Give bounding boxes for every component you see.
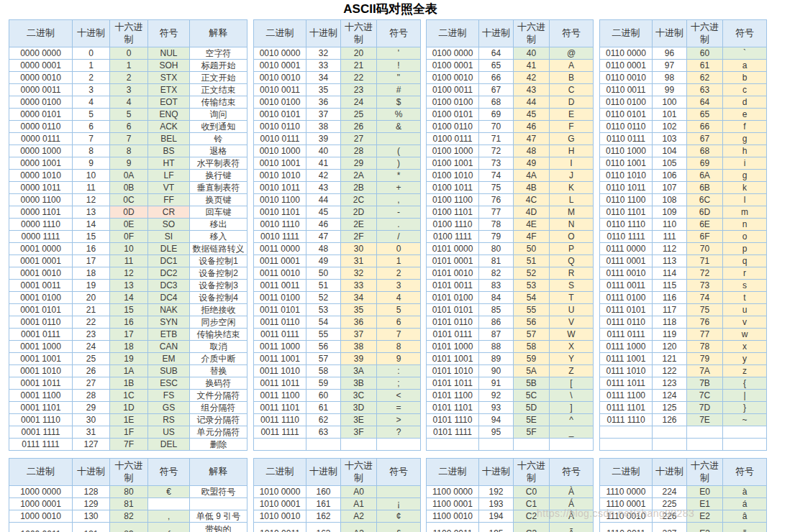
cell-binary: 0001 0000 [9, 243, 73, 255]
cell-hex: 2F [341, 231, 377, 243]
cell-decimal: 104 [653, 145, 687, 157]
cell-decimal: 17 [73, 255, 110, 267]
cell-hex: 2A [341, 170, 377, 182]
cell-explanation: 空字符 [190, 47, 247, 60]
cell-decimal: 91 [479, 377, 514, 390]
cell-empty [723, 426, 767, 439]
cell-decimal: 94 [479, 414, 514, 426]
row-36: 0010 01003624$ [254, 96, 421, 109]
column-header: 二进制 [254, 459, 306, 486]
cell-decimal: 110 [653, 219, 687, 231]
row-71: 0100 01117147G [427, 133, 594, 145]
row-34: 0010 00103422" [254, 72, 421, 84]
cell-explanation: 欧盟符号 [190, 486, 247, 498]
cell-binary: 0010 1111 [254, 231, 306, 243]
cell-binary: 1110 0000 [600, 486, 653, 498]
cell-explanation: 同步空闲 [190, 316, 247, 329]
cell-decimal: 129 [73, 498, 110, 510]
header-row: 二进制十进制十六进制符号 [427, 459, 594, 486]
header-row: 二进制十进制十六进制符号解释 [9, 459, 247, 486]
cell-symbol: á [723, 498, 767, 510]
cell-symbol: } [723, 402, 767, 414]
row-26: 0001 1010261ASUB替换 [9, 365, 247, 377]
cell-decimal: 224 [653, 486, 687, 498]
cell-binary: 0100 1010 [427, 170, 479, 182]
row-95: 0101 1111955F_ [427, 426, 594, 439]
cell-hex: 4F [514, 231, 550, 243]
cell-hex: 4 [110, 96, 148, 109]
cell-symbol: ¢ [377, 510, 421, 523]
column-header: 符号 [148, 20, 190, 47]
row-86: 0101 01108656V [427, 316, 594, 329]
row-50: 0011 001050322 [254, 267, 421, 280]
row-108: 0110 11001086Cl [600, 194, 767, 206]
row-32: 0010 00003220' [254, 47, 421, 60]
cell-symbol: ¡ [377, 498, 421, 510]
cell-hex: 40 [514, 47, 550, 60]
cell-symbol: * [377, 170, 421, 182]
cell-decimal: 33 [306, 60, 341, 72]
cell-hex: 74 [687, 292, 723, 304]
row-56: 0011 100056388 [254, 341, 421, 353]
cell-decimal: 41 [306, 157, 341, 170]
row-39: 0010 01113927 [254, 133, 421, 145]
cell-symbol: 2 [377, 267, 421, 280]
table-group-lowercase: 二进制十进制十六进制符号0110 00009660`0110 00019761a… [599, 19, 767, 451]
cell-symbol: â [723, 510, 767, 523]
cell-binary: 0000 0110 [9, 121, 73, 133]
cell-hex: 25 [341, 109, 377, 121]
cell-hex: 1F [110, 426, 148, 439]
cell-decimal: 63 [306, 426, 341, 439]
cell-decimal: 108 [653, 194, 687, 206]
cell-decimal: 38 [306, 121, 341, 133]
cell-decimal: 51 [306, 280, 341, 292]
cell-empty [306, 439, 341, 451]
cell-hex: 5F [514, 426, 550, 439]
cell-decimal: 3 [73, 84, 110, 96]
cell-hex: 23 [341, 84, 377, 96]
cell-binary: 0101 0000 [427, 243, 479, 255]
cell-decimal: 0 [73, 47, 110, 60]
cell-hex: 2C [341, 194, 377, 206]
cell-binary: 1010 0010 [254, 510, 306, 523]
cell-binary: 0110 0001 [600, 60, 653, 72]
cell-symbol: k [723, 182, 767, 194]
column-header: 二进制 [427, 459, 479, 486]
header-row: 二进制十进制十六进制符号解释 [9, 20, 247, 47]
cell-decimal: 163 [306, 523, 341, 532]
cell-binary: 0001 0100 [9, 292, 73, 304]
cell-decimal: 97 [653, 60, 687, 72]
cell-symbol: J [550, 170, 594, 182]
row-27: 0001 1011271BESC换码符 [9, 377, 247, 390]
cell-symbol: Q [550, 255, 594, 267]
cell-decimal: 105 [653, 157, 687, 170]
cell-symbol: BEL [148, 133, 190, 145]
row-10: 0000 1010100ALF换行键 [9, 170, 247, 182]
cell-decimal: 61 [306, 402, 341, 414]
cell-explanation: 设备控制2 [190, 267, 247, 280]
cell-binary: 0010 0101 [254, 109, 306, 121]
cell-hex: 34 [341, 292, 377, 304]
cell-binary: 0100 1011 [427, 182, 479, 194]
cell-hex: 69 [687, 157, 723, 170]
cell-explanation: 替换 [190, 365, 247, 377]
cell-binary: 1000 0000 [9, 486, 73, 498]
cell-binary: 0011 0001 [254, 255, 306, 267]
cell-hex: 43 [514, 84, 550, 96]
cell-hex: 4C [514, 194, 550, 206]
cell-hex: 79 [687, 353, 723, 365]
cell-hex: 36 [341, 316, 377, 329]
row-97: 0110 00019761a [600, 60, 767, 72]
cell-binary: 0001 1100 [9, 390, 73, 402]
cell-binary: 0100 0000 [427, 47, 479, 60]
cell-hex: 51 [514, 255, 550, 267]
cell-decimal: 32 [306, 47, 341, 60]
cell-decimal: 117 [653, 304, 687, 316]
cell-decimal: 68 [479, 96, 514, 109]
cell-binary: 0000 1100 [9, 194, 73, 206]
cell-decimal: 113 [653, 255, 687, 267]
cell-binary: 0001 0011 [9, 280, 73, 292]
cell-hex: E3 [687, 523, 723, 532]
row-51: 0011 001151333 [254, 280, 421, 292]
cell-symbol: [ [550, 377, 594, 390]
